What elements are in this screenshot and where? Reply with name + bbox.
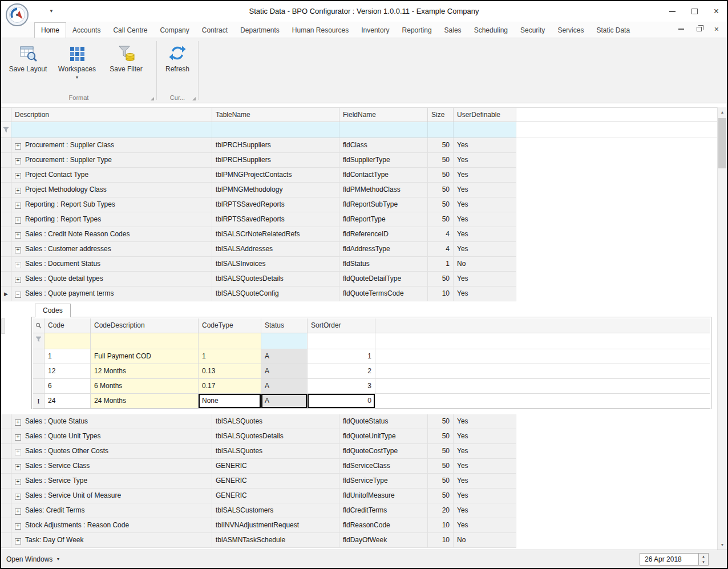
cell-status[interactable]: A [261,394,308,409]
cell-size[interactable]: 10 [428,286,454,301]
cell-description[interactable]: Sales : Quote Unit Types [11,429,212,444]
cell-size[interactable]: 50 [428,474,454,489]
cell-userdefinable[interactable]: Yes [454,153,516,168]
cell-tablename[interactable]: tblPRCHSuppliers [212,138,339,153]
filter-input-sortorder[interactable] [308,333,375,349]
expand-icon[interactable] [15,538,21,544]
cell-tablename[interactable]: GENERIC [212,459,339,474]
ribbon-tab[interactable]: Reporting [396,23,438,38]
ribbon-tab[interactable]: Home [34,22,66,38]
mdi-close-icon[interactable]: × [714,25,719,33]
table-row[interactable]: Reporting : Report Sub Types tblRPTSSave… [1,197,717,212]
column-header-code[interactable]: Code [45,318,91,333]
cell-fieldname[interactable]: fldServiceType [339,474,428,489]
cell-size[interactable]: 10 [428,518,454,533]
cell-userdefinable[interactable]: Yes [454,272,516,286]
expand-icon[interactable] [15,203,21,209]
column-header-sortorder[interactable]: SortOrder [308,318,375,333]
cell-userdefinable[interactable]: Yes [454,286,516,301]
cell-status[interactable]: A [261,379,308,394]
refresh-button[interactable]: Refresh [160,42,195,75]
mdi-minimize-icon[interactable] [678,29,684,30]
cell-description[interactable]: Sales : Credit Note Reason Codes [11,227,212,242]
cell-fieldname[interactable]: fldPMMethodClass [339,183,428,197]
cell-sortorder[interactable]: 1 [308,349,375,364]
table-row[interactable]: Sales : Quote Unit Types tblSALSQuotesDe… [1,429,717,444]
cell-description[interactable]: Sales : Quote detail types [11,272,212,286]
date-field[interactable]: 26 Apr 2018 [640,553,699,566]
cell-size[interactable]: 50 [428,197,454,212]
cell-description[interactable]: Sales : Customer addresses [11,242,212,257]
close-icon[interactable]: × [714,7,719,16]
cell-fieldname[interactable]: fldReasonCode [339,518,428,533]
expand-icon[interactable] [15,464,21,470]
cell-description[interactable]: Reporting : Report Types [11,212,212,227]
cell-fieldname[interactable]: fldQuoteTermsCode [339,286,428,301]
cell-code[interactable]: 1 [45,349,91,364]
ribbon-tab[interactable]: Sales [438,23,468,38]
expand-icon[interactable] [15,292,21,298]
cell-userdefinable[interactable]: Yes [454,168,516,183]
cell-fieldname[interactable]: fldQuoteUnitType [339,429,428,444]
table-row[interactable]: Sales : Document Status tblSALSInvoices … [1,257,717,272]
cell-userdefinable[interactable]: Yes [454,518,516,533]
format-dialog-launcher-icon[interactable] [151,97,154,100]
expand-icon[interactable] [15,494,21,500]
cell-size[interactable]: 20 [428,503,454,518]
table-row[interactable]: Sales : Service Class GENERIC fldService… [1,459,717,474]
cell-fieldname[interactable]: fldReportSubType [339,197,428,212]
cell-description[interactable]: Project Methodology Class [11,183,212,197]
ribbon-tab[interactable]: Services [551,23,590,38]
cell-tablename[interactable]: GENERIC [212,489,339,503]
cell-codedescription[interactable]: Full Payment COD [91,349,199,364]
cell-size[interactable]: 10 [428,533,454,548]
table-row[interactable]: Sales : Service Type GENERIC fldServiceT… [1,474,717,489]
filter-input-size[interactable] [428,122,454,138]
cell-description[interactable]: Sales : Service Unit of Measure [11,489,212,503]
cell-fieldname[interactable]: fldUnitofMeasure [339,489,428,503]
cell-tablename[interactable]: tblINVNAdjustmentRequest [212,518,339,533]
current-dialog-launcher-icon[interactable] [192,97,196,100]
cell-fieldname[interactable]: fldServiceClass [339,459,428,474]
filter-input-status[interactable] [261,333,308,349]
cell-tablename[interactable]: tblSALSQuotesDetails [212,429,339,444]
column-header-tablename[interactable]: TableName [212,107,339,122]
expand-icon[interactable] [15,247,21,253]
column-header-codedescription[interactable]: CodeDescription [91,318,199,333]
expand-icon[interactable] [15,277,21,283]
expand-icon[interactable] [15,158,21,164]
cell-sortorder[interactable]: 3 [308,379,375,394]
cell-sortorder[interactable]: 0 [308,394,375,409]
cell-fieldname[interactable]: fldSupplierType [339,153,428,168]
cell-tablename[interactable]: GENERIC [212,474,339,489]
cell-size[interactable]: 50 [428,444,454,459]
scroll-down-icon[interactable]: ▼ [718,540,727,550]
expand-icon[interactable] [15,143,21,150]
cell-userdefinable[interactable]: Yes [454,459,516,474]
cell-tablename[interactable]: tblSALSCrNoteRelatedRefs [212,227,339,242]
cell-tablename[interactable]: tblSALSQuotes [212,444,339,459]
scrollbar-thumb[interactable] [718,118,726,168]
filter-input-fieldname[interactable] [339,122,428,138]
expand-icon[interactable] [15,232,21,239]
cell-description[interactable]: Sales : Document Status [11,257,212,272]
cell-size[interactable]: 50 [428,272,454,286]
table-row[interactable]: Procurement : Supplier Class tblPRCHSupp… [1,138,717,153]
ribbon-tab[interactable]: Call Centre [107,23,153,38]
cell-description[interactable]: Stock Adjustments : Reason Code [11,518,212,533]
table-row[interactable]: Task: Day Of Week tblASMNTaskSchedule fl… [1,533,717,548]
cell-description[interactable]: Procurement : Supplier Class [11,138,212,153]
cell-userdefinable[interactable]: Yes [454,444,516,459]
expand-icon[interactable] [15,449,21,455]
expand-icon[interactable] [15,509,21,515]
expand-icon[interactable] [15,188,21,194]
cell-tablename[interactable]: tblRPTSSavedReports [212,212,339,227]
cell-fieldname[interactable]: fldStatus [339,257,428,272]
cell-description[interactable]: Sales : Quotes Other Costs [11,444,212,459]
cell-userdefinable[interactable]: Yes [454,474,516,489]
cell-tablename[interactable]: tblASMNTaskSchedule [212,533,339,548]
table-row[interactable]: Sales : Quotes Other Costs tblSALSQuotes… [1,444,717,459]
maximize-icon[interactable] [691,9,698,14]
cell-code[interactable]: 6 [45,379,91,394]
expand-icon[interactable] [15,262,21,268]
